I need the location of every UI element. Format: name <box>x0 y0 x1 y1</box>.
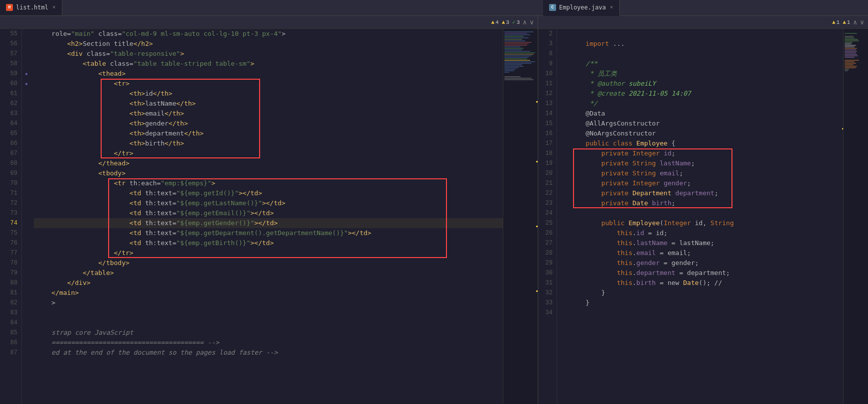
rln-17: 17 <box>540 138 553 148</box>
left-line-numbers: 55 56 57 58 59 60 61 62 63 64 65 66 67 6… <box>0 29 22 404</box>
rcode-13: */ <box>568 99 843 109</box>
code-line-69: <tbody> <box>34 168 503 178</box>
warn-badge-4: ▲4 <box>491 19 499 25</box>
nav-down-right[interactable]: ∨ <box>860 18 864 26</box>
ln-55: 55 <box>2 29 17 39</box>
right-minimap <box>843 29 868 404</box>
left-minimap <box>503 29 538 404</box>
rcode-12: * @create 2021-11-05 14:07 <box>568 89 843 99</box>
ln-59: 59 <box>2 69 17 79</box>
ln-76: 76 <box>2 238 17 248</box>
ln-75: 75 <box>2 228 17 238</box>
code-line-65: <th>department</th> <box>34 129 503 138</box>
ln-85: 85 <box>2 328 17 338</box>
rln-18: 18 <box>540 148 553 158</box>
code-line-64: <th>gender</th> <box>34 119 503 129</box>
rln-8: 8 <box>540 49 553 59</box>
left-code-lines[interactable]: role="main" class="col-md-9 ml-sm-auto c… <box>31 29 503 404</box>
minimap-indicator-2 <box>536 161 538 162</box>
right-code-lines[interactable]: import ... /** * 员工类 * @author subeiLY *… <box>565 29 843 404</box>
rcode-20: private String email; <box>568 168 843 178</box>
rcode-28: this.email = email; <box>568 248 843 258</box>
ok-badge-3: ✓3 <box>512 19 520 25</box>
rcode-29: this.gender = gender; <box>568 258 843 268</box>
rcode-8 <box>568 49 843 59</box>
right-err-badge: ▲1 <box>843 19 850 25</box>
rln-11: 11 <box>540 79 553 89</box>
rln-16: 16 <box>540 129 553 138</box>
ln-84: 84 <box>2 318 17 328</box>
code-line-62: <th>lastName</th> <box>34 99 503 109</box>
ln-70: 70 <box>2 178 17 188</box>
rln-10: 10 <box>540 69 553 79</box>
code-line-56: <h2>Section title</h2> <box>34 39 503 49</box>
rcode-15: @AllArgsConstructor <box>568 119 843 129</box>
ln-68: 68 <box>2 158 17 168</box>
tab-list-html[interactable]: H list.html × <box>0 0 62 15</box>
code-line-61: <th>id</th> <box>34 89 503 99</box>
minimap-content <box>503 29 538 83</box>
rcode-34 <box>568 308 843 318</box>
rcode-33: } <box>568 298 843 308</box>
ln-58: 58 <box>2 59 17 69</box>
rln-31: 31 <box>540 278 553 288</box>
rcode-32: } <box>568 288 843 298</box>
code-line-74: <td th:text="${emp.getGender()}"></td> <box>34 218 503 228</box>
rcode-31: this.birth = new Date(); // <box>568 278 843 288</box>
html-tab-close[interactable]: × <box>52 4 56 10</box>
ln-73: 73 <box>2 208 17 218</box>
rln-23: 23 <box>540 198 553 208</box>
code-line-87: ed at the end of the document so the pag… <box>34 348 503 358</box>
rln-25: 25 <box>540 218 553 228</box>
rln-12: 12 <box>540 89 553 99</box>
code-line-82: > <box>34 298 503 308</box>
java-tab-close[interactable]: × <box>610 4 613 10</box>
code-line-80: </div> <box>34 278 503 288</box>
right-gutter <box>557 29 565 404</box>
ln-72: 72 <box>2 198 17 208</box>
rcode-21: private Integer gender; <box>568 178 843 188</box>
nav-up-right[interactable]: ∧ <box>853 18 857 26</box>
nav-down-left[interactable]: ∨ <box>530 18 534 26</box>
ln-67: 67 <box>2 148 17 158</box>
code-line-76: <td th:text="${emp.getBirth()}"></td> <box>34 238 503 248</box>
rcode-2 <box>568 29 843 39</box>
rln-3: 3 <box>540 39 553 49</box>
ln-78: 78 <box>2 258 17 268</box>
warn-badge-3: ▲3 <box>502 19 509 25</box>
rcode-26: this.id = id; <box>568 228 843 238</box>
code-line-84 <box>34 318 503 328</box>
rcode-18: private Integer id; <box>568 148 843 158</box>
right-toolbar: ▲1 ▲1 ∧ ∨ <box>538 16 868 29</box>
rln-29: 29 <box>540 258 553 268</box>
ln-63: 63 <box>2 109 17 119</box>
ln-56: 56 <box>2 39 17 49</box>
ln-80: 80 <box>2 278 17 288</box>
rln-9: 9 <box>540 59 553 69</box>
code-line-81: </main> <box>34 288 503 298</box>
ln-86: 86 <box>2 338 17 348</box>
code-line-59: <thead> <box>34 69 503 79</box>
gutter-icon-59[interactable]: ◆ <box>22 69 31 79</box>
ln-77: 77 <box>2 248 17 258</box>
ln-64: 64 <box>2 119 17 129</box>
left-toolbar: ▲4 ▲3 ✓3 ∧ ∨ <box>0 16 538 29</box>
rln-34: 34 <box>540 308 553 318</box>
left-gutter: ◆ ◆ <box>22 29 31 404</box>
minimap-indicator-4 <box>536 290 538 292</box>
nav-up-left[interactable]: ∧ <box>523 18 527 26</box>
code-line-75: <td th:text="${emp.getDepartment().getDe… <box>34 228 503 238</box>
code-line-86: ======================================= … <box>34 338 503 348</box>
rln-28: 28 <box>540 248 553 258</box>
code-line-72: <td th:text="${emp.getLastName()}"></td> <box>34 198 503 208</box>
ln-66: 66 <box>2 138 17 148</box>
rcode-24 <box>568 208 843 218</box>
rcode-16: @NoArgsConstructor <box>568 129 843 138</box>
java-tab-icon: C <box>549 4 556 11</box>
rcode-17: public class Employee { <box>568 138 843 148</box>
rcode-10: * 员工类 <box>568 69 843 79</box>
gutter-icon-60[interactable]: ◆ <box>22 79 31 89</box>
code-line-67: </tr> <box>34 148 503 158</box>
rcode-11: * @author subeiLY <box>568 79 843 89</box>
tab-employee-java[interactable]: C Employee.java × <box>543 0 620 16</box>
